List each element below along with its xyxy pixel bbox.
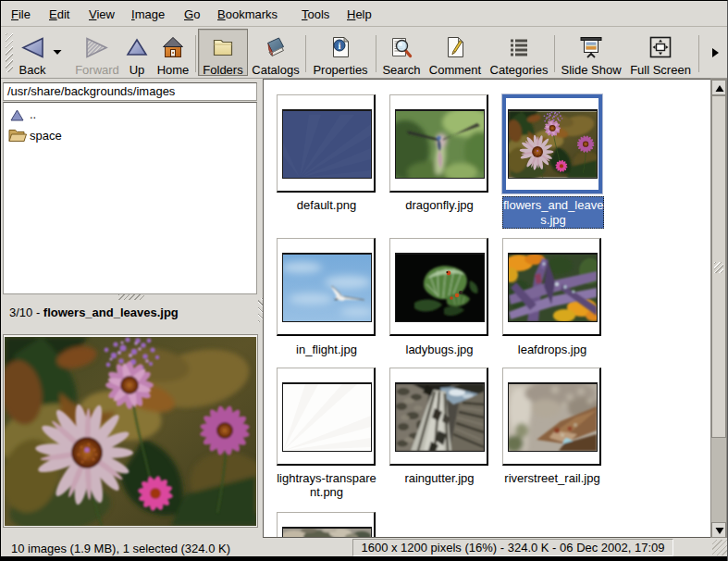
svg-text:i: i	[339, 41, 341, 51]
